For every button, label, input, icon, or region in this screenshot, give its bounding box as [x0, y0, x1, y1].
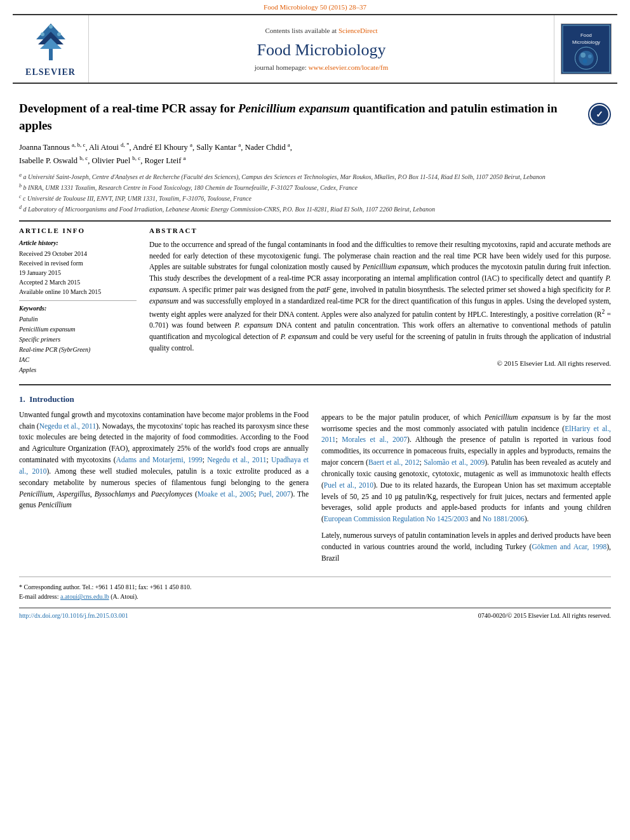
journal-header-center: Contents lists available at ScienceDirec…	[89, 15, 554, 83]
introduction-section: 1. Introduction Unwanted fungal growth a…	[19, 394, 611, 564]
footnote-email: E-mail address: a.atoui@cns.edu.lb (A. A…	[19, 592, 611, 601]
abstract-column: ABSTRACT Due to the occurrence and sprea…	[149, 227, 611, 375]
abstract-text: Due to the occurrence and spread of the …	[149, 239, 611, 354]
svg-point-6	[49, 25, 53, 29]
received-date: Received 29 October 2014	[19, 249, 137, 258]
svg-text:Microbiology: Microbiology	[572, 39, 600, 45]
footer-section: * Corresponding author. Tel.: +961 1 450…	[19, 577, 611, 601]
elsevier-logo-section: ELSEVIER	[13, 15, 89, 83]
article-title: Development of a real-time PCR assay for…	[19, 100, 582, 134]
keywords-divider	[19, 300, 137, 301]
ref-adams1999[interactable]: Adams and Motarjemi, 1999	[116, 456, 203, 463]
doi-link[interactable]: http://dx.doi.org/10.1016/j.fm.2015.03.0…	[19, 612, 128, 619]
svg-point-12	[579, 51, 593, 65]
article-body-columns: ARTICLE INFO Article history: Received 2…	[19, 227, 611, 375]
ref-baert2012[interactable]: Baert et al., 2012	[368, 458, 420, 466]
svg-text:Food: Food	[580, 32, 592, 38]
ref-morales2007[interactable]: Morales et al., 2007	[342, 436, 407, 443]
affiliation-c: c c Université de Toulouse III, ENVT, IN…	[19, 193, 611, 204]
elsevier-logo: ELSEVIER	[25, 20, 76, 77]
svg-point-4	[41, 32, 44, 36]
keyword-iac: IAC	[19, 355, 137, 365]
main-content: Development of a real-time PCR assay for…	[0, 84, 630, 625]
elsevier-tree-icon	[29, 20, 73, 65]
intro-left-col: 1. Introduction Unwanted fungal growth a…	[19, 394, 309, 564]
affiliation-a: a a Université Saint-Joseph, Centre d'An…	[19, 171, 611, 182]
contents-available: Contents lists available at ScienceDirec…	[265, 27, 377, 34]
journal-ref: Food Microbiology 50 (2015) 28–37	[0, 0, 630, 14]
crossmark-icon[interactable]: ✓ CrossMark	[588, 103, 611, 126]
intro-right-text-2: Lately, numerous surveys of patulin cont…	[321, 530, 611, 564]
journal-header: ELSEVIER Contents lists available at Sci…	[13, 14, 617, 84]
intro-left-text: Unwanted fungal growth and mycotoxins co…	[19, 410, 309, 511]
fm-cover-section: Food Microbiology	[554, 15, 617, 83]
keyword-patulin: Patulin	[19, 314, 137, 324]
journal-homepage: journal homepage: www.elsevier.com/locat…	[255, 63, 389, 71]
article-title-italic: Penicillium expansum	[238, 102, 350, 115]
svg-text:✓: ✓	[596, 109, 603, 119]
article-info-heading: ARTICLE INFO	[19, 227, 137, 234]
svg-point-13	[580, 53, 586, 58]
article-title-section: Development of a real-time PCR assay for…	[19, 100, 611, 134]
ref-gokmen1998[interactable]: Gökmen and Acar, 1998	[532, 543, 607, 550]
svg-rect-0	[49, 49, 53, 60]
fm-cover-image: Food Microbiology	[561, 23, 612, 74]
intro-heading: 1. Introduction	[19, 394, 309, 404]
accepted-date: Accepted 2 March 2015	[19, 277, 137, 287]
journal-title: Food Microbiology	[257, 41, 386, 60]
copyright-text: © 2015 Elsevier Ltd. All rights reserved…	[149, 359, 611, 367]
authors: Joanna Tannous a, b, c, Ali Atoui d, *, …	[19, 140, 611, 167]
elsevier-text: ELSEVIER	[25, 67, 76, 77]
keyword-rtpcr: Real-time PCR (SybrGreen)	[19, 345, 137, 355]
ref-negedu2011b[interactable]: Negedu et al., 2011	[207, 456, 266, 463]
svg-point-14	[587, 55, 591, 58]
ref-puel2010[interactable]: Puel et al., 2010	[324, 481, 373, 489]
ref-salomao2009[interactable]: Salomão et al., 2009	[424, 458, 485, 466]
ref-moake2005[interactable]: Moake et al., 2005	[198, 490, 254, 498]
keyword-penicillium: Penicillium expansum	[19, 324, 137, 335]
top-bar: Food Microbiology 50 (2015) 28–37	[0, 0, 630, 14]
svg-text:CrossMark: CrossMark	[592, 121, 608, 125]
homepage-url[interactable]: www.elsevier.com/locate/fm	[309, 63, 389, 71]
affiliation-d: d d Laboratory of Microorganisms and Foo…	[19, 204, 611, 215]
received-revised-label: Received in revised form	[19, 258, 137, 268]
intro-divider	[19, 384, 611, 385]
article-info-column: ARTICLE INFO Article history: Received 2…	[19, 227, 137, 375]
ref-puel2007[interactable]: Puel, 2007	[258, 490, 290, 498]
intro-right-col: appears to be the major patulin producer…	[321, 394, 611, 564]
footnote-star: * Corresponding author. Tel.: +961 1 450…	[19, 582, 611, 592]
keyword-primers: Specific primers	[19, 335, 137, 345]
keywords-label: Keywords:	[19, 305, 137, 312]
abstract-heading: ABSTRACT	[149, 227, 611, 234]
svg-point-5	[57, 32, 61, 36]
section-divider-thick	[19, 220, 611, 222]
affiliation-b: b b INRA, UMR 1331 Toxalim, Research Cen…	[19, 182, 611, 193]
affiliations: a a Université Saint-Joseph, Centre d'An…	[19, 171, 611, 215]
ref-ec1881[interactable]: No 1881/2006	[483, 515, 525, 523]
received-revised-date: 19 January 2015	[19, 268, 137, 277]
keyword-apples: Apples	[19, 365, 137, 375]
svg-point-15	[582, 59, 587, 63]
ref-ec1425[interactable]: European Commission Regulation No 1425/2…	[324, 515, 468, 523]
email-link[interactable]: a.atoui@cns.edu.lb	[60, 593, 109, 600]
ref-negedu2011[interactable]: Negedu et al., 2011	[39, 422, 97, 430]
available-date: Available online 10 March 2015	[19, 287, 137, 297]
issn-text: 0740-0020/© 2015 Elsevier Ltd. All right…	[478, 612, 611, 619]
intro-right-text-1: appears to be the major patulin producer…	[321, 412, 611, 525]
article-title-plain: Development of a real-time PCR assay for	[19, 102, 238, 115]
sciencedirect-link[interactable]: ScienceDirect	[338, 27, 378, 34]
footer-bar: http://dx.doi.org/10.1016/j.fm.2015.03.0…	[19, 608, 611, 619]
article-history-label: Article history:	[19, 239, 137, 246]
